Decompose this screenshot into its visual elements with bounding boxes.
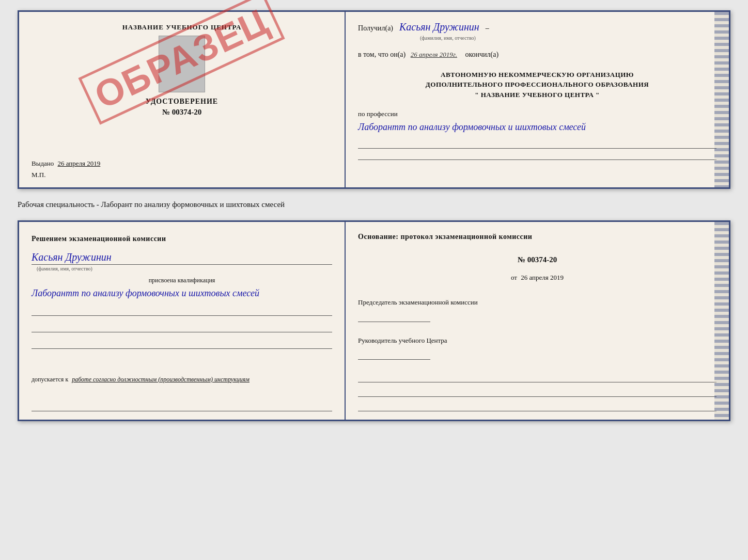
org-block: АВТОНОМНУЮ НЕКОММЕРЧЕСКУЮ ОРГАНИЗАЦИЮ ДО… — [358, 70, 716, 100]
commission-title: Решением экзаменационной комиссии — [32, 233, 332, 244]
name-sublabel: (фамилия, имя, отчество) — [358, 35, 716, 41]
school-name-title: НАЗВАНИЕ УЧЕБНОГО ЦЕНТРА — [32, 23, 332, 31]
protocol-number: № 00374-20 — [358, 255, 716, 264]
director-block: Руководитель учебного Центра — [358, 335, 716, 360]
bottom-document: Решением экзаменационной комиссии Касьян… — [18, 220, 730, 421]
chairman-signature-line — [358, 312, 430, 322]
admission-prefix: допускается к — [32, 376, 68, 383]
issued-date: 26 апреля 2019 — [58, 159, 101, 167]
right-blank-3 — [358, 402, 716, 411]
protocol-date-prefix: от — [511, 274, 517, 281]
qualification-label: присвоена квалификация — [32, 277, 332, 284]
profession-text: Лаборантт по анализу формовочных и шихто… — [358, 120, 716, 134]
received-block: Получил(а) Касьян Дружинин – (фамилия, и… — [358, 21, 716, 41]
right-underlines — [358, 373, 716, 411]
specialty-line: Рабочая специальность - Лаборант по анал… — [18, 198, 730, 211]
dash: – — [486, 24, 489, 32]
person-sublabel: (фамилия, имя, отчество) — [32, 266, 332, 271]
underlines-right — [358, 139, 716, 162]
right-blank-2 — [358, 388, 716, 397]
protocol-date-block: от 26 апреля 2019 — [358, 274, 716, 282]
received-prefix: Получил(а) — [358, 24, 393, 32]
underline-1 — [358, 139, 716, 149]
bottom-doc-right: Основание: протокол экзаменационной коми… — [346, 222, 729, 420]
completed-suffix: окончил(а) — [465, 51, 499, 58]
cert-number: № 00374-20 — [32, 108, 332, 117]
admission-note: допускается к работе согласно должностны… — [32, 375, 332, 384]
director-label: Руководитель учебного Центра — [358, 335, 716, 346]
person-name: Касьян Дружинин — [32, 251, 112, 263]
underline-2 — [358, 151, 716, 160]
qualification-text: Лаборантт по анализу формовочных и шихто… — [32, 286, 332, 300]
top-doc-left: НАЗВАНИЕ УЧЕБНОГО ЦЕНТРА УДОСТОВЕРЕНИЕ №… — [19, 12, 346, 187]
blank-2 — [32, 323, 332, 332]
cert-label: УДОСТОВЕРЕНИЕ — [32, 98, 332, 106]
profession-label: по профессии — [358, 110, 716, 118]
blank-3 — [32, 340, 332, 349]
page-container: НАЗВАНИЕ УЧЕБНОГО ЦЕНТРА УДОСТОВЕРЕНИЕ №… — [18, 10, 730, 421]
admission-text: работе согласно должностным (производств… — [72, 376, 250, 383]
top-document: НАЗВАНИЕ УЧЕБНОГО ЦЕНТРА УДОСТОВЕРЕНИЕ №… — [18, 10, 730, 189]
org-line3: " НАЗВАНИЕ УЧЕБНОГО ЦЕНТРА " — [358, 90, 716, 100]
right-blank-1 — [358, 373, 716, 382]
blank-admission — [32, 402, 332, 411]
right-binding-bottom — [714, 222, 729, 420]
bottom-doc-left: Решением экзаменационной комиссии Касьян… — [19, 222, 346, 420]
issued-prefix: Выдано — [32, 159, 54, 167]
top-doc-right: Получил(а) Касьян Дружинин – (фамилия, и… — [346, 12, 729, 187]
person-block: Касьян Дружинин (фамилия, имя, отчество) — [32, 251, 332, 271]
completed-block: в том, что он(а) 26 апреля 2019г. окончи… — [358, 48, 716, 61]
mp-label: М.П. — [32, 171, 332, 179]
completed-date: 26 апреля 2019г. — [411, 51, 457, 58]
chairman-label: Председатель экзаменационной комиссии — [358, 297, 716, 308]
photo-placeholder — [159, 36, 205, 92]
protocol-date: 26 апреля 2019 — [521, 274, 564, 281]
chairman-block: Председатель экзаменационной комиссии — [358, 297, 716, 322]
basis-title: Основание: протокол экзаменационной коми… — [358, 231, 716, 242]
completed-prefix: в том, что он(а) — [358, 51, 406, 58]
blank-1 — [32, 307, 332, 316]
issued-line: Выдано 26 апреля 2019 — [32, 159, 332, 168]
director-signature-line — [358, 349, 430, 360]
blank-lines-left — [32, 307, 332, 349]
recipient-name: Касьян Дружинин — [399, 21, 479, 33]
profession-block: по профессии Лаборантт по анализу формов… — [358, 110, 716, 134]
name-line: Касьян Дружинин — [32, 251, 332, 265]
qualification-block: присвоена квалификация Лаборантт по анал… — [32, 277, 332, 300]
org-line1: АВТОНОМНУЮ НЕКОММЕРЧЕСКУЮ ОРГАНИЗАЦИЮ — [358, 70, 716, 80]
org-line2: ДОПОЛНИТЕЛЬНОГО ПРОФЕССИОНАЛЬНОГО ОБРАЗО… — [358, 79, 716, 90]
right-binding — [714, 12, 729, 187]
